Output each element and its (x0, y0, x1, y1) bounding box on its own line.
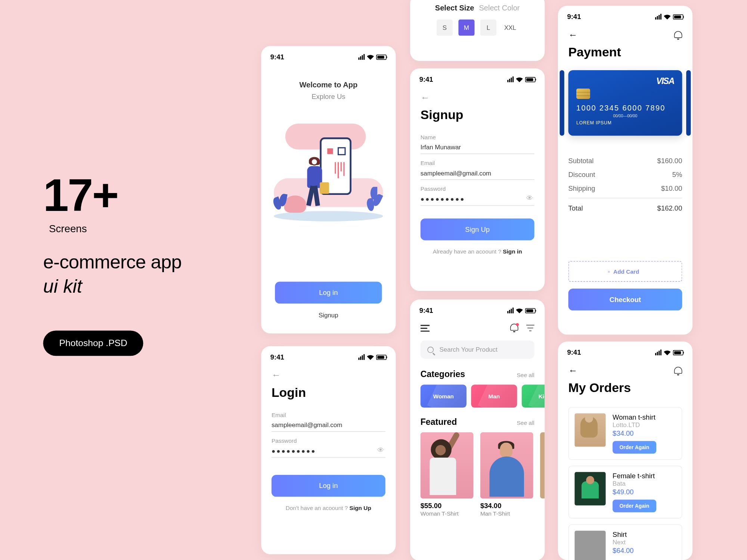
product-price: $55.00 (421, 502, 474, 510)
login-button[interactable]: Log in (275, 282, 382, 304)
wifi-icon (664, 350, 670, 355)
signup-link[interactable]: Signup (261, 312, 396, 318)
category-woman[interactable]: Woman (421, 385, 467, 408)
screen-count: 17+ (43, 172, 233, 218)
signup-submit-button[interactable]: Sign Up (421, 218, 534, 240)
page-title: Payment (558, 45, 692, 65)
password-field[interactable]: ●●●●●●●●●👁 (272, 444, 385, 458)
select-color-label: Select Color (479, 3, 520, 12)
back-button[interactable]: ← (568, 30, 578, 40)
password-label: Password (421, 186, 534, 192)
order-price: $64.00 (613, 547, 676, 555)
card-number: 1000 2345 6000 7890 (576, 103, 674, 112)
login-submit-button[interactable]: Log in (272, 475, 385, 497)
battery-icon (673, 14, 684, 19)
order-item[interactable]: Female t-shirt Bata $49.00 Order Again (568, 466, 682, 519)
search-input[interactable]: Search Your Product (421, 340, 534, 359)
signal-icon (655, 14, 661, 19)
order-price: $34.00 (613, 429, 676, 438)
chip-icon (576, 88, 590, 99)
categories-see-all[interactable]: See all (517, 372, 534, 378)
page-title: My Orders (558, 380, 692, 401)
product-name: Man T-Shirt (480, 511, 533, 517)
email-field[interactable]: sampleemail@gmail.com (272, 418, 385, 432)
notification-icon[interactable] (510, 324, 518, 332)
product-card[interactable] (540, 432, 545, 517)
email-label: Email (421, 160, 534, 166)
search-placeholder: Search Your Product (440, 346, 498, 353)
add-card-button[interactable]: ▫Add Card (568, 261, 682, 281)
status-bar: 9:41 (558, 342, 692, 361)
card-holder: LOREM IPSUM (576, 120, 674, 125)
signal-icon (655, 349, 661, 355)
signin-prompt[interactable]: Already have an acoount ? Sign in (410, 248, 545, 255)
checkout-button[interactable]: Checkout (568, 289, 682, 311)
back-button[interactable]: ← (568, 365, 578, 376)
battery-icon (525, 77, 536, 82)
featured-see-all[interactable]: See all (517, 420, 534, 426)
order-thumbnail (574, 531, 605, 560)
product-card[interactable]: $55.00 Woman T-Shirt (421, 432, 474, 517)
product-price: $34.00 (480, 502, 533, 510)
size-option-s[interactable]: S (437, 19, 453, 35)
filter-icon[interactable] (526, 324, 534, 331)
wifi-icon (516, 308, 523, 313)
category-man[interactable]: Man (471, 385, 517, 408)
welcome-subtitle: Explore Us (261, 93, 396, 101)
battery-icon (376, 354, 387, 360)
battery-icon (673, 350, 684, 355)
product-image (421, 432, 474, 498)
status-time: 9:41 (270, 353, 284, 361)
menu-icon[interactable] (421, 324, 430, 331)
welcome-title: Welcome to App (261, 81, 396, 89)
order-item[interactable]: Shirt Next $64.00 (568, 524, 682, 560)
notification-icon[interactable] (674, 367, 682, 375)
screen-orders: 9:41 ← My Orders Woman t-shirt Lotto.LTD… (558, 342, 692, 560)
plus-icon: ▫ (608, 268, 610, 275)
credit-card[interactable]: VISA 1000 2345 6000 7890 00/00—00/00 LOR… (568, 70, 682, 136)
marketing-panel: 17+ Screens e-commerce app ui kit Photos… (43, 172, 233, 356)
signup-prompt[interactable]: Don't have an acoount ? Sign Up (261, 505, 396, 511)
status-time: 9:41 (419, 307, 433, 315)
select-size-label: Select Size (435, 3, 474, 12)
featured-heading: Featured (421, 417, 457, 427)
search-icon (427, 346, 434, 353)
show-password-icon[interactable]: 👁 (377, 446, 385, 454)
order-brand: Bata (613, 480, 676, 487)
signal-icon (358, 354, 365, 360)
product-name: Woman T-Shirt (421, 511, 474, 517)
order-again-button[interactable]: Order Again (613, 500, 656, 512)
back-button[interactable]: ← (261, 365, 396, 383)
size-option-l[interactable]: L (480, 19, 496, 35)
card-peek-left (560, 70, 564, 136)
show-password-icon[interactable]: 👁 (526, 195, 534, 203)
screen-size-selector: Select Size Select Color S M L XXL (410, 0, 545, 61)
name-field[interactable]: Irfan Munawar (421, 140, 534, 154)
back-button[interactable]: ← (410, 88, 545, 105)
size-option-m[interactable]: M (458, 19, 474, 35)
summary-shipping: Shipping$10.00 (568, 182, 682, 196)
welcome-illustration (274, 124, 383, 227)
category-kids[interactable]: Kids (522, 385, 545, 408)
name-label: Name (421, 134, 534, 140)
status-bar: 9:41 (410, 68, 545, 88)
product-image (540, 432, 545, 498)
order-title: Shirt (613, 531, 676, 539)
summary-subtotal: Subtotal$160.00 (568, 154, 682, 168)
tagline-1: e-commerce app (43, 251, 233, 273)
size-option-xxl[interactable]: XXL (502, 19, 518, 35)
password-field[interactable]: ●●●●●●●●●👁 (421, 192, 534, 206)
product-image (480, 432, 533, 498)
screen-home: 9:41 Search Your Product Categories See … (410, 299, 545, 560)
signal-icon (358, 54, 365, 60)
password-label: Password (272, 438, 385, 444)
product-card[interactable]: $34.00 Man T-Shirt (480, 432, 533, 517)
status-time: 9:41 (270, 53, 284, 61)
status-bar: 9:41 (558, 6, 692, 25)
email-field[interactable]: sampleemail@gmail.com (421, 166, 534, 180)
order-item[interactable]: Woman t-shirt Lotto.LTD $34.00 Order Aga… (568, 407, 682, 460)
notification-icon[interactable] (674, 31, 682, 39)
order-thumbnail (574, 413, 605, 447)
signal-icon (507, 308, 514, 313)
order-again-button[interactable]: Order Again (613, 441, 656, 454)
